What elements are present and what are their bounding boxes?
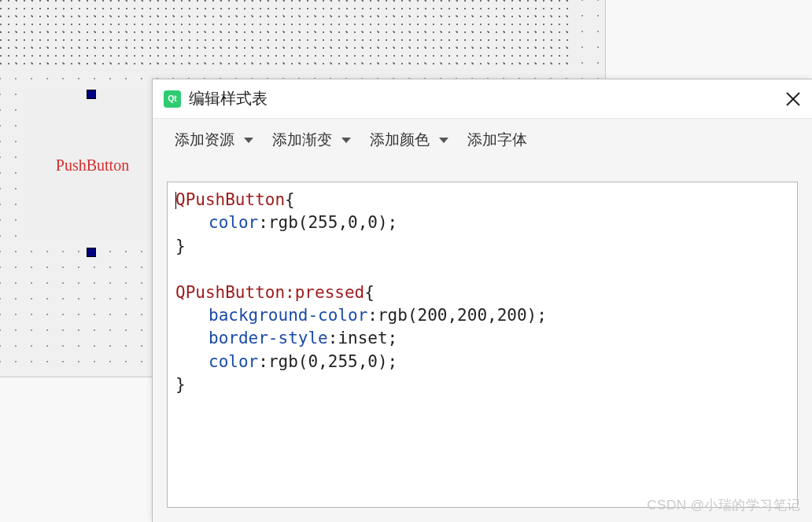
add-color-label: 添加颜色 bbox=[370, 130, 430, 150]
pushbutton-widget[interactable]: PushButton bbox=[24, 90, 161, 240]
code-brace: { bbox=[364, 283, 375, 302]
add-resource-button[interactable]: 添加资源 bbox=[167, 125, 261, 155]
code-brace: } bbox=[175, 375, 186, 394]
code-brace: } bbox=[175, 237, 186, 255]
code-selector: QPushButton bbox=[175, 190, 285, 209]
qt-icon: Qt bbox=[164, 90, 181, 108]
code-property: color bbox=[209, 352, 258, 371]
code-property: color bbox=[209, 213, 258, 232]
code-colon: : bbox=[258, 213, 268, 232]
code-colon: : bbox=[258, 352, 268, 371]
add-resource-label: 添加资源 bbox=[175, 130, 234, 150]
dialog-toolbar: 添加资源 添加渐变 添加颜色 添加字体 bbox=[153, 119, 812, 161]
code-property: background-color bbox=[209, 306, 367, 325]
code-value: rgb(255,0,0); bbox=[268, 213, 397, 232]
watermark-text: CSDN @小瑞的学习笔记 bbox=[647, 496, 801, 514]
resize-handle-bottom[interactable] bbox=[87, 248, 95, 256]
code-value: rgb(200,200,200); bbox=[378, 306, 547, 325]
code-selector: QPushButton:pressed bbox=[175, 283, 364, 302]
dialog-title: 编辑样式表 bbox=[189, 88, 268, 109]
dot-grid-dense bbox=[0, 0, 574, 67]
close-icon[interactable] bbox=[785, 91, 801, 107]
add-font-button[interactable]: 添加字体 bbox=[460, 125, 535, 155]
stylesheet-text-editor[interactable]: QPushButton{ color:rgb(255,0,0); } QPush… bbox=[167, 182, 798, 508]
add-gradient-button[interactable]: 添加渐变 bbox=[264, 125, 359, 155]
code-value: inset; bbox=[338, 329, 397, 347]
add-gradient-label: 添加渐变 bbox=[272, 130, 332, 150]
resize-handle-top[interactable] bbox=[87, 90, 95, 98]
dialog-titlebar[interactable]: Qt 编辑样式表 bbox=[153, 79, 812, 119]
code-property: border-style bbox=[209, 329, 328, 347]
add-color-button[interactable]: 添加颜色 bbox=[362, 125, 456, 155]
code-colon: : bbox=[367, 306, 378, 325]
chevron-down-icon bbox=[341, 138, 351, 143]
code-brace: { bbox=[285, 190, 295, 209]
pushbutton-label: PushButton bbox=[56, 156, 129, 175]
chevron-down-icon bbox=[244, 138, 253, 143]
chevron-down-icon bbox=[439, 138, 448, 143]
stylesheet-editor-dialog: Qt 编辑样式表 添加资源 添加渐变 添加颜色 添加字体 QPushButton… bbox=[152, 79, 812, 522]
add-font-label: 添加字体 bbox=[467, 130, 527, 150]
code-colon: : bbox=[328, 329, 338, 347]
code-value: rgb(0,255,0); bbox=[268, 352, 397, 371]
